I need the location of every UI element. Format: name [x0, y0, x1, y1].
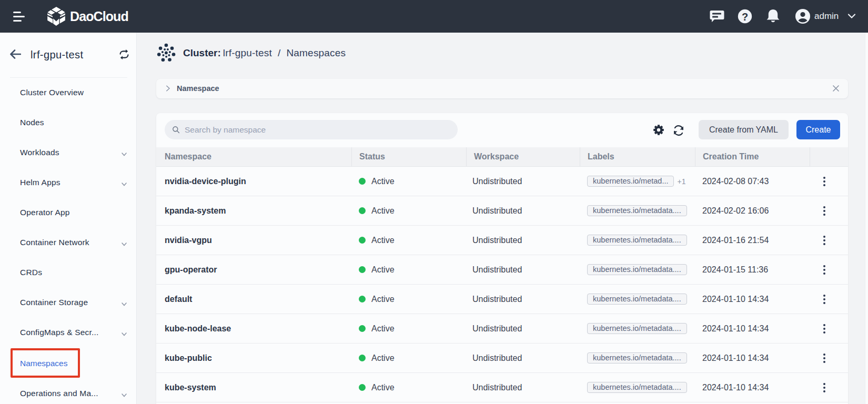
svg-text:?: ?	[742, 11, 748, 23]
